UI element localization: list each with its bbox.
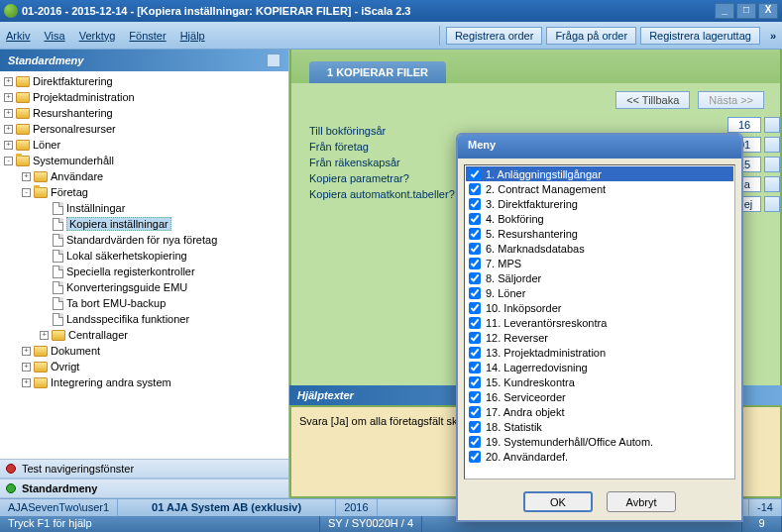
tree-item[interactable]: +Integrering andra system <box>0 374 288 390</box>
popup-item[interactable]: 4. Bokföring <box>466 211 733 226</box>
popup-item[interactable]: 12. Reverser <box>466 330 733 345</box>
tree-item[interactable]: Landsspecifika funktioner <box>0 311 288 327</box>
popup-item[interactable]: 13. Projektadministration <box>466 345 733 360</box>
toolbar-registrera-order[interactable]: Registrera order <box>446 27 542 45</box>
popup-item-checkbox[interactable] <box>469 362 481 373</box>
popup-item-checkbox[interactable] <box>469 436 481 448</box>
sidebar-standardmeny[interactable]: Standardmeny <box>0 479 288 498</box>
popup-item-checkbox[interactable] <box>469 391 481 403</box>
toolbar-overflow-icon[interactable]: » <box>770 30 776 42</box>
tree-item[interactable]: Inställningar <box>0 200 288 216</box>
expand-icon[interactable]: + <box>4 125 13 134</box>
popup-item[interactable]: 17. Andra objekt <box>466 404 733 419</box>
popup-item[interactable]: 15. Kundreskontra <box>466 374 733 389</box>
lookup-button[interactable] <box>764 176 780 192</box>
minimize-button[interactable]: _ <box>715 3 734 19</box>
popup-item-checkbox[interactable] <box>469 406 481 418</box>
close-button[interactable]: X <box>758 3 778 19</box>
popup-item-checkbox[interactable] <box>469 317 481 329</box>
popup-item[interactable]: 5. Resurshantering <box>466 226 733 241</box>
popup-item[interactable]: 10. Inköpsorder <box>466 300 733 315</box>
popup-item-checkbox[interactable] <box>469 213 481 225</box>
tree-item[interactable]: Konverteringsguide EMU <box>0 279 288 295</box>
tree-item[interactable]: +Löner <box>0 137 288 153</box>
menu-visa[interactable]: Visa <box>44 30 64 42</box>
collapse-icon[interactable]: - <box>22 188 31 197</box>
popup-item-checkbox[interactable] <box>469 258 481 269</box>
tree-item[interactable]: +Projektadministration <box>0 89 288 105</box>
expand-icon[interactable]: + <box>4 93 13 102</box>
tree-item[interactable]: -Systemunderhåll <box>0 153 288 168</box>
lookup-button[interactable] <box>764 157 780 172</box>
popup-item-checkbox[interactable] <box>469 272 481 284</box>
expand-icon[interactable]: + <box>4 77 13 86</box>
sidebar-tree[interactable]: +Direktfakturering+Projektadministration… <box>0 71 288 459</box>
popup-item-checkbox[interactable] <box>469 302 481 314</box>
popup-item[interactable]: 6. Marknadsdatabas <box>466 241 733 256</box>
popup-item-checkbox[interactable] <box>469 347 481 359</box>
popup-item[interactable]: 1. Anläggningstillgångar <box>466 166 733 181</box>
tree-item[interactable]: +Resurshantering <box>0 105 288 121</box>
popup-item[interactable]: 3. Direktfakturering <box>466 196 733 211</box>
popup-item-checkbox[interactable] <box>469 168 481 180</box>
tab-kopierar-filer[interactable]: 1 KOPIERAR FILER <box>309 61 446 83</box>
expand-icon[interactable]: + <box>4 109 13 118</box>
popup-item[interactable]: 19. Systemunderhåll/Office Autom. <box>466 434 733 449</box>
popup-item-checkbox[interactable] <box>469 287 481 299</box>
expand-icon[interactable]: + <box>22 378 31 387</box>
maximize-button[interactable]: □ <box>736 3 756 19</box>
tree-item[interactable]: +Personalresurser <box>0 121 288 137</box>
popup-list[interactable]: 1. Anläggningstillgångar2. Contract Mana… <box>464 164 735 479</box>
tree-item[interactable]: +Övrigt <box>0 359 288 374</box>
menu-fonster[interactable]: Fönster <box>129 30 166 42</box>
lookup-button[interactable] <box>764 137 780 153</box>
expand-icon[interactable]: + <box>40 331 49 340</box>
next-button[interactable]: Nästa >> <box>698 91 764 109</box>
tree-item[interactable]: +Dokument <box>0 343 288 359</box>
back-button[interactable]: << Tillbaka <box>615 91 690 109</box>
popup-item-checkbox[interactable] <box>469 376 481 388</box>
menu-hjalp[interactable]: Hjälp <box>180 30 205 42</box>
tree-item[interactable]: Speciella registerkontroller <box>0 264 288 279</box>
toolbar-fraga-order[interactable]: Fråga på order <box>546 27 636 45</box>
popup-item[interactable]: 16. Serviceorder <box>466 389 733 404</box>
expand-icon[interactable]: + <box>22 363 31 372</box>
tree-item[interactable]: Lokal säkerhetskopiering <box>0 248 288 264</box>
lookup-button[interactable] <box>764 196 780 212</box>
popup-item[interactable]: 2. Contract Management <box>466 181 733 196</box>
tree-item[interactable]: +Direktfakturering <box>0 73 288 89</box>
popup-item-checkbox[interactable] <box>469 451 481 463</box>
tree-item[interactable]: Standardvärden för nya företag <box>0 232 288 248</box>
toolbar-registrera-lager[interactable]: Registrera lageruttag <box>640 27 760 45</box>
lookup-button[interactable] <box>764 117 780 133</box>
expand-icon[interactable]: + <box>4 141 13 150</box>
popup-item-checkbox[interactable] <box>469 332 481 344</box>
menu-arkiv[interactable]: Arkiv <box>6 30 30 42</box>
tree-item[interactable]: -Företag <box>0 184 288 200</box>
collapse-icon[interactable]: - <box>4 157 13 165</box>
popup-item[interactable]: 20. Användardef. <box>466 449 733 464</box>
menu-verktyg[interactable]: Verktyg <box>79 30 116 42</box>
sidebar-test-nav[interactable]: Test navigeringsfönster <box>0 459 288 479</box>
popup-item[interactable]: 9. Löner <box>466 285 733 300</box>
popup-item-checkbox[interactable] <box>469 198 481 210</box>
popup-item[interactable]: 14. Lagerredovisning <box>466 360 733 374</box>
tree-item[interactable]: Ta bort EMU-backup <box>0 295 288 311</box>
popup-item[interactable]: 11. Leverantörsreskontra <box>466 315 733 330</box>
expand-icon[interactable]: + <box>22 172 31 181</box>
expand-icon[interactable]: + <box>22 347 31 356</box>
ok-button[interactable]: OK <box>523 491 593 512</box>
sidebar-collapse-button[interactable] <box>267 53 280 67</box>
tree-item[interactable]: +Centrallager <box>0 327 288 343</box>
field-till-bokforingsar[interactable]: 16 <box>727 117 761 133</box>
popup-item[interactable]: 8. Säljorder <box>466 270 733 285</box>
popup-item-checkbox[interactable] <box>469 243 481 255</box>
popup-item-checkbox[interactable] <box>469 421 481 433</box>
cancel-button[interactable]: Avbryt <box>607 491 676 512</box>
popup-item[interactable]: 7. MPS <box>466 256 733 270</box>
tree-item[interactable]: Kopiera inställningar <box>0 216 288 232</box>
tree-item[interactable]: +Användare <box>0 168 288 184</box>
popup-item-checkbox[interactable] <box>469 228 481 240</box>
popup-item[interactable]: 18. Statistik <box>466 419 733 434</box>
popup-item-checkbox[interactable] <box>469 183 481 195</box>
